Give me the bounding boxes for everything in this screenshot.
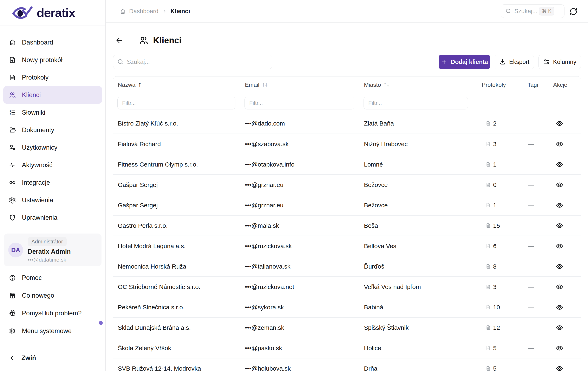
- export-button[interactable]: Eksport: [495, 55, 534, 69]
- back-button[interactable]: [115, 36, 124, 45]
- clients-search-input[interactable]: [113, 55, 272, 69]
- view-client-button[interactable]: [556, 364, 565, 371]
- table-row[interactable]: Gašpar Sergej •••@grznar.eu Bežovce 1 —: [113, 195, 581, 215]
- view-client-button[interactable]: [556, 119, 565, 128]
- logo[interactable]: deratix: [0, 0, 105, 26]
- sidebar-item-nowy-protokol[interactable]: Nowy protokół: [3, 51, 102, 69]
- global-search-input[interactable]: [514, 8, 539, 15]
- svg-text:1: 1: [10, 109, 11, 112]
- sidebar-item-dokumenty[interactable]: Dokumenty: [3, 121, 102, 139]
- user-card[interactable]: DA Administrátor Deratix Admin •••@datat…: [4, 233, 102, 266]
- file-icon: [485, 120, 491, 126]
- file-icon: [485, 141, 491, 147]
- view-client-button[interactable]: [556, 262, 565, 271]
- view-client-button[interactable]: [556, 201, 565, 210]
- table-row[interactable]: Gastro Perla s.r.o. •••@mala.sk Beša 15 …: [113, 215, 581, 236]
- protocol-count: 1: [493, 202, 497, 209]
- global-search[interactable]: ⌘ K: [501, 4, 565, 18]
- client-name: Nemocnica Horská Ruža: [113, 263, 240, 270]
- table-row[interactable]: Bistro Zlatý Kľúč s.r.o. •••@dado.com Zl…: [113, 113, 581, 134]
- view-client-button[interactable]: [556, 221, 565, 230]
- table-row[interactable]: Sklad Dunajská Brána a.s. •••@zeman.sk S…: [113, 317, 581, 338]
- sidebar-item-aktywnosc[interactable]: Aktywność: [3, 156, 102, 174]
- clients-search[interactable]: [113, 55, 272, 69]
- file-text-icon: [9, 74, 16, 81]
- client-protocols: 1: [477, 202, 526, 209]
- view-client-button[interactable]: [556, 303, 565, 311]
- client-name: Gašpar Sergej: [113, 181, 240, 188]
- table-row[interactable]: SVB Ružová 12-14, Modrovka •••@holubova.…: [113, 358, 581, 371]
- client-city: Spišský Štiavnik: [359, 324, 477, 331]
- sidebar-item-slowniki[interactable]: 12 Słowniki: [3, 104, 102, 121]
- client-email: •••@ruzickova.sk: [240, 243, 359, 250]
- refresh-button[interactable]: [569, 7, 578, 16]
- table-header-row: Nazwa ↑ Email ↑↓ Miasto ↑↓ Protokoły Tag…: [113, 76, 581, 93]
- sidebar-item-dashboard[interactable]: Dashboard: [3, 34, 102, 51]
- link-icon: [9, 179, 16, 186]
- view-client-button[interactable]: [556, 242, 565, 250]
- file-icon: [485, 202, 491, 208]
- notification-dot: [99, 321, 103, 325]
- sidebar-item-uprawnienia[interactable]: Uprawnienia: [3, 209, 102, 226]
- filter-input-nazwa[interactable]: [117, 97, 235, 110]
- view-client-button[interactable]: [556, 160, 565, 169]
- client-name: Hotel Modrá Lagúna a.s.: [113, 243, 240, 250]
- column-header-miasto[interactable]: Miasto ↑↓: [359, 82, 477, 88]
- client-protocols: 12: [477, 324, 526, 331]
- sliders-icon: [543, 59, 550, 65]
- client-name: Bistro Zlatý Kľúč s.r.o.: [113, 120, 240, 127]
- table-row[interactable]: Fitness Centrum Olymp s.r.o. •••@otapkov…: [113, 154, 581, 174]
- sidebar-item-co-nowego[interactable]: Co nowego: [3, 287, 102, 304]
- search-icon: [505, 8, 512, 14]
- user-cog-icon: [9, 144, 16, 151]
- sidebar-item-klienci[interactable]: Klienci: [3, 86, 102, 104]
- filter-input-miasto[interactable]: [364, 97, 468, 110]
- filter-input-email[interactable]: [244, 97, 354, 110]
- table-row[interactable]: Hotel Modrá Lagúna a.s. •••@ruzickova.sk…: [113, 236, 581, 256]
- column-header-nazwa[interactable]: Nazwa ↑: [113, 82, 240, 88]
- table-row[interactable]: Pekáreň Slnečnica s.r.o. •••@sykora.sk B…: [113, 297, 581, 317]
- sidebar-item-ustawienia[interactable]: Ustawienia: [3, 191, 102, 209]
- client-protocols: 8: [477, 263, 526, 270]
- client-email: •••@grznar.eu: [240, 202, 359, 209]
- client-email: •••@pasko.sk: [240, 345, 359, 352]
- client-tags: —: [526, 365, 549, 371]
- client-email: •••@sykora.sk: [240, 304, 359, 311]
- sidebar-item-uzytkownicy[interactable]: Użytkownicy: [3, 139, 102, 156]
- file-icon: [485, 345, 491, 351]
- view-client-button[interactable]: [556, 344, 565, 352]
- client-name: Gašpar Sergej: [113, 202, 240, 209]
- column-header-email[interactable]: Email ↑↓: [240, 82, 359, 88]
- table-row[interactable]: Nemocnica Horská Ruža •••@talianova.sk Ď…: [113, 256, 581, 276]
- client-email: •••@ruzickova.net: [240, 283, 359, 291]
- client-city: Holice: [359, 345, 477, 352]
- table-row[interactable]: Gašpar Sergej •••@grznar.eu Bežovce 0 —: [113, 174, 581, 195]
- breadcrumb-current: Klienci: [170, 8, 190, 15]
- add-client-button[interactable]: Dodaj klienta: [439, 55, 490, 69]
- sidebar-item-pomoc[interactable]: Pomoc: [3, 269, 102, 287]
- columns-button[interactable]: Kolumny: [538, 55, 581, 69]
- sort-icon: ↑↓: [383, 82, 389, 88]
- breadcrumb-dashboard[interactable]: Dashboard: [129, 8, 158, 15]
- table-row[interactable]: Fialová Richard •••@szabova.sk Nižný Hra…: [113, 134, 581, 154]
- client-city: Drňa: [359, 365, 477, 371]
- view-client-button[interactable]: [556, 140, 565, 148]
- avatar: DA: [8, 243, 23, 257]
- protocol-count: 1: [493, 161, 497, 168]
- view-client-button[interactable]: [556, 324, 565, 332]
- view-client-button[interactable]: [556, 181, 565, 189]
- sidebar-item-protokoly[interactable]: Protokoły: [3, 69, 102, 86]
- client-city: Veľká Ves nad Ipľom: [359, 283, 477, 291]
- client-tags: —: [526, 283, 549, 291]
- sidebar-item-menu-systemowe[interactable]: Menu systemowe: [3, 322, 102, 340]
- collapse-sidebar-button[interactable]: Zwiń: [0, 350, 105, 366]
- users-icon: [139, 35, 148, 45]
- sidebar-item-pomysl-lub-problem[interactable]: Pomysł lub problem?: [3, 304, 102, 322]
- client-city: Lomné: [359, 161, 477, 168]
- table-row[interactable]: Škola Zelený Vŕšok •••@pasko.sk Holice 5…: [113, 338, 581, 358]
- page-title: Klienci: [153, 35, 182, 45]
- table-row[interactable]: OC Strieborné Námestie s.r.o. •••@ruzick…: [113, 276, 581, 297]
- sidebar-item-integracje[interactable]: Integracje: [3, 174, 102, 191]
- view-client-button[interactable]: [556, 283, 565, 291]
- column-header-tagi: Tagi: [526, 82, 549, 88]
